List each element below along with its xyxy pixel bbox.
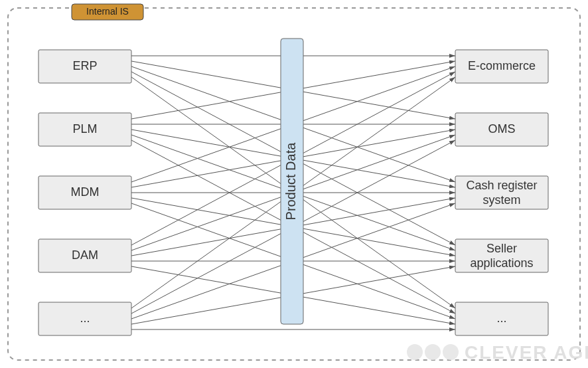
internal-is-tag-label: Internal IS <box>86 6 129 17</box>
svg-point-13 <box>425 344 441 360</box>
left-node-label-2: MDM <box>71 185 100 199</box>
left-node-4: ... <box>38 302 131 335</box>
left-node-label-4: ... <box>80 312 90 325</box>
right-node-3: Sellerapplications <box>455 239 548 272</box>
svg-point-14 <box>443 344 459 360</box>
right-node-4: ... <box>455 302 548 335</box>
right-node-label-3-0: Seller <box>486 242 517 255</box>
right-node-label-1: OMS <box>488 122 515 136</box>
architecture-diagram: Internal IS ERPPLMMDMDAM... E-commerceOM… <box>0 0 588 368</box>
right-node-2: Cash registersystem <box>455 176 548 209</box>
left-node-2: MDM <box>38 176 131 209</box>
watermark: CLEVER AGE <box>407 342 588 363</box>
right-node-label-2-0: Cash register <box>466 179 537 192</box>
right-node-label-3-1: applications <box>470 256 533 270</box>
right-node-1: OMS <box>455 113 548 146</box>
right-node-label-4: ... <box>496 312 506 325</box>
right-column: E-commerceOMSCash registersystemSellerap… <box>455 50 548 335</box>
internal-is-tag: Internal IS <box>72 4 143 20</box>
right-node-0: E-commerce <box>455 50 548 83</box>
left-node-label-1: PLM <box>72 122 97 136</box>
left-node-label-0: ERP <box>72 59 97 72</box>
product-data-box: Product Data <box>281 39 303 324</box>
left-node-1: PLM <box>38 113 131 146</box>
left-node-label-3: DAM <box>72 248 98 262</box>
product-data-label: Product Data <box>283 142 298 221</box>
watermark-text: CLEVER AGE <box>465 342 588 363</box>
left-node-0: ERP <box>38 50 131 83</box>
left-node-3: DAM <box>38 239 131 272</box>
svg-point-12 <box>407 344 423 360</box>
left-column: ERPPLMMDMDAM... <box>38 50 131 335</box>
right-node-label-2-1: system <box>482 193 520 207</box>
right-node-label-0: E-commerce <box>468 59 536 72</box>
